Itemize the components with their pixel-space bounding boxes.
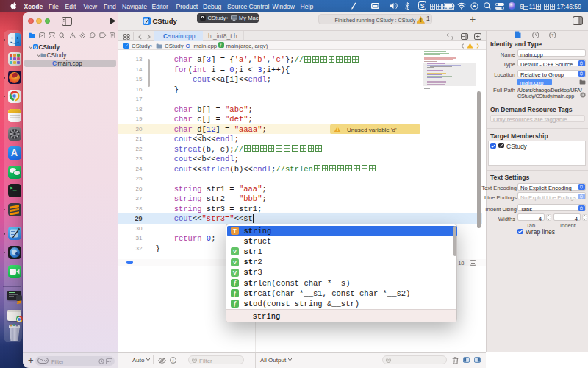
svg-text:!: ! — [337, 127, 338, 132]
svg-text:?: ? — [551, 32, 553, 37]
svg-text:!: ! — [420, 18, 421, 23]
svg-text:i: i — [173, 358, 174, 363]
